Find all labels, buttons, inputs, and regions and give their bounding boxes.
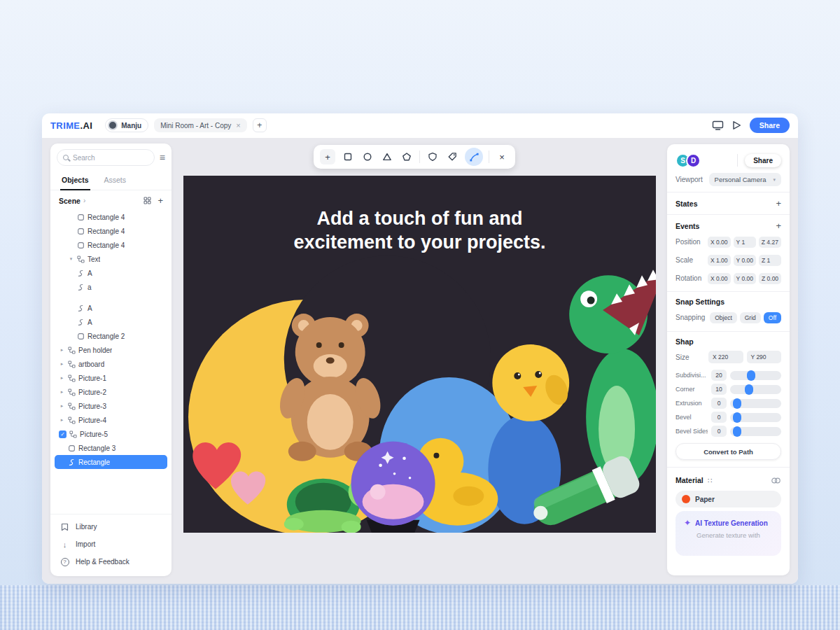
material-options-icon[interactable]: ∷ [708, 477, 712, 484]
position-y-field[interactable]: Y 1 [734, 237, 756, 248]
convert-to-path-button[interactable]: Convert to Path [676, 443, 781, 460]
tree-item[interactable]: ▸ Picture-4 [55, 413, 167, 427]
tree-item[interactable]: ▾ Text [55, 252, 167, 266]
tree-item[interactable]: A [55, 315, 167, 329]
grid-view-icon[interactable] [144, 197, 151, 204]
chevron-right-icon[interactable]: ▸ [59, 375, 65, 381]
chevron-right-icon[interactable]: ▸ [59, 347, 65, 353]
add-event-button[interactable]: + [776, 220, 781, 231]
scale-y-field[interactable]: Y 0.00 [734, 255, 756, 266]
material-name: Paper [695, 496, 715, 503]
slider-label: Corner [676, 386, 708, 393]
slider-value-field[interactable]: 20 [711, 370, 727, 381]
design-canvas[interactable]: Add a touch of fun and excitement to you… [183, 176, 656, 533]
sidebar-footer-item[interactable]: ? Help & Feedback [55, 553, 167, 570]
chevron-right-icon[interactable]: ▸ [59, 417, 65, 423]
slider-track[interactable] [730, 385, 781, 394]
avatar[interactable]: D [686, 153, 701, 168]
scale-x-field[interactable]: X 1.00 [708, 255, 731, 266]
position-z-field[interactable]: Z 4.27 [759, 237, 781, 248]
tree-item[interactable]: a [55, 280, 167, 294]
menu-icon[interactable]: ≡ [160, 152, 165, 163]
size-y-field[interactable]: Y 290 [747, 351, 782, 363]
sidebar-footer-item[interactable]: ↓ Import [55, 536, 167, 553]
tree-item[interactable]: Rectangle 4 [55, 238, 167, 252]
close-icon[interactable]: × [236, 121, 240, 130]
material-item[interactable]: Paper [676, 491, 781, 507]
slider-value-field[interactable]: 0 [711, 412, 727, 423]
rotation-x-field[interactable]: X 0.00 [708, 273, 731, 284]
tree-item-label: Rectangle 2 [88, 332, 125, 340]
display-mode-button[interactable] [712, 120, 724, 130]
tree-item-label: A [88, 304, 92, 312]
divider [737, 154, 738, 167]
search-box[interactable] [57, 149, 155, 166]
scale-z-field[interactable]: Z 1 [759, 255, 781, 266]
rotation-y-field[interactable]: Y 0.00 [734, 273, 756, 284]
slider-value-field[interactable]: 0 [711, 426, 727, 437]
tree-item[interactable]: A [55, 266, 167, 280]
position-x-field[interactable]: X 0.00 [708, 237, 731, 248]
viewport-dropdown[interactable]: Personal Camera ▾ [709, 173, 781, 186]
rectangle-tool-button[interactable] [341, 150, 355, 164]
add-tool-button[interactable]: + [320, 149, 335, 164]
size-x-field[interactable]: X 220 [708, 351, 743, 363]
close-toolbar-button[interactable]: × [495, 150, 509, 164]
ellipse-tool-button[interactable] [360, 150, 374, 164]
chevron-right-icon[interactable]: ▸ [59, 361, 65, 367]
sidebar-footer-item[interactable]: Library [55, 518, 167, 536]
shield-tool-button[interactable] [426, 150, 440, 164]
chevron-right-icon[interactable]: ▸ [59, 389, 65, 395]
tree-item[interactable]: Rectangle 4 [55, 210, 167, 224]
slider-track[interactable] [730, 371, 781, 380]
tree-item[interactable]: ▸ Picture-2 [55, 385, 167, 399]
tree-item[interactable]: A [55, 301, 167, 315]
share-button[interactable]: Share [750, 118, 790, 133]
tree-item[interactable]: Rectangle 2 [55, 329, 167, 343]
ai-texture-card[interactable]: ✦ AI Texture Generation Generate texture… [676, 511, 781, 556]
pen-tool-button[interactable] [465, 148, 483, 166]
triangle-tool-button[interactable] [380, 150, 394, 164]
chevron-down-icon[interactable]: ▾ [68, 256, 74, 262]
slider-value-field[interactable]: 0 [711, 398, 727, 409]
slider-track[interactable] [730, 413, 781, 422]
play-button[interactable] [732, 120, 741, 130]
checkbox-checked-icon[interactable]: ✓ [59, 430, 66, 438]
user-pill[interactable]: Manju [105, 118, 148, 132]
sidebar-tab[interactable]: Objects [60, 172, 90, 190]
panel-share-button[interactable]: Share [745, 154, 781, 167]
tree-item[interactable]: Rectangle [55, 455, 167, 469]
tree-item[interactable]: ▸ Picture-3 [55, 399, 167, 413]
collaborator-avatars: S D [676, 153, 701, 168]
slider-track[interactable] [730, 399, 781, 408]
rotation-z-field[interactable]: Z 0.00 [759, 273, 781, 284]
tree-item[interactable]: ▸ artboard [55, 357, 167, 371]
snapping-option[interactable]: Off [764, 312, 781, 323]
add-state-button[interactable]: + [776, 198, 781, 209]
slider-handle[interactable] [747, 370, 755, 381]
slider-value-field[interactable]: 10 [711, 384, 727, 395]
sidebar-tab[interactable]: Assets [103, 172, 128, 190]
slider-track[interactable] [730, 427, 781, 436]
tree-item[interactable]: ✓ Picture-5 [55, 427, 167, 441]
chevron-right-icon[interactable]: › [83, 197, 85, 204]
slider-handle[interactable] [745, 384, 753, 395]
add-object-icon[interactable]: + [158, 195, 163, 206]
slider-handle[interactable] [733, 398, 741, 409]
tree-item[interactable]: ▸ Pen holder [55, 343, 167, 357]
tag-tool-button[interactable] [445, 150, 459, 164]
new-tab-button[interactable]: + [253, 118, 267, 132]
snapping-option[interactable]: Grid [740, 312, 761, 323]
tree-item[interactable]: Rectangle 4 [55, 224, 167, 238]
tree-indent [55, 259, 65, 260]
link-icon[interactable] [771, 477, 781, 484]
search-input[interactable] [73, 154, 129, 162]
document-tab[interactable]: Mini Room - Art - Copy × [154, 118, 247, 132]
slider-handle[interactable] [733, 412, 741, 423]
pentagon-tool-button[interactable] [400, 150, 414, 164]
snapping-option[interactable]: Object [710, 312, 737, 323]
tree-item[interactable]: Rectangle 3 [55, 441, 167, 455]
tree-item[interactable]: ▸ Picture-1 [55, 371, 167, 385]
slider-handle[interactable] [733, 426, 741, 437]
chevron-right-icon[interactable]: ▸ [59, 403, 65, 409]
